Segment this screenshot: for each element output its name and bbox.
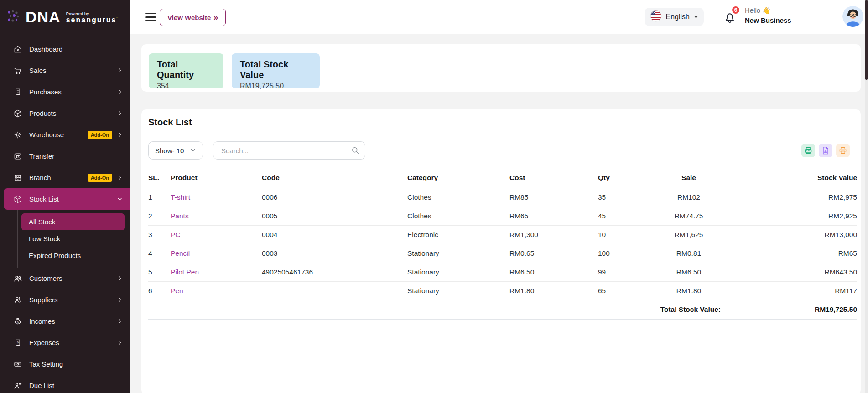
col-qty: Qty [598, 168, 657, 188]
caret-down-icon [694, 16, 698, 18]
scrollbar[interactable] [865, 0, 868, 393]
submenu-item-low-stock[interactable]: Low Stock [18, 230, 130, 247]
col-stock-value: Stock Value [721, 168, 857, 188]
file-export-icon[interactable] [819, 144, 832, 157]
receipt-icon [13, 87, 23, 97]
total-stock-value-amount: RM19,725.50 [240, 82, 312, 90]
sidebar-item-purchases[interactable]: Purchases [0, 81, 130, 103]
due-list-icon [13, 381, 23, 391]
total-stock-value: RM19,725.50 [721, 300, 857, 319]
product-link[interactable]: Pencil [171, 249, 190, 257]
brand-logo[interactable]: DNA Powered by senangurus° [0, 0, 130, 34]
sidebar-item-stock-list[interactable]: Stock List [4, 188, 130, 210]
store-icon [13, 173, 23, 183]
hamburger-menu-icon[interactable] [145, 13, 156, 23]
us-flag-icon [650, 10, 662, 24]
topbar: View Website» [130, 0, 868, 34]
sidebar-item-customers[interactable]: Customers [0, 268, 130, 289]
col-sl: SL. [148, 168, 171, 188]
app-window: DNA Powered by senangurus° Dashboard [0, 0, 868, 393]
cart-icon [13, 66, 23, 76]
home-icon [13, 44, 23, 54]
suppliers-icon [13, 295, 23, 305]
box-icon [13, 109, 23, 119]
addon-badge: Add-On [88, 131, 112, 139]
chevron-down-icon [117, 196, 123, 202]
user-greeting: Hello 👋 New Business [745, 6, 813, 24]
product-link[interactable]: Pants [171, 212, 189, 220]
sidebar-item-products[interactable]: Products [0, 103, 130, 124]
sidebar-item-dashboard[interactable]: Dashboard [0, 38, 130, 60]
table-row: 3 PC 0004 Electronic RM1,300 10 RM1,625 … [148, 225, 857, 244]
powered-brand-name: senangurus° [66, 16, 119, 24]
gear-icon [13, 130, 23, 140]
product-link[interactable]: PC [171, 231, 181, 238]
sidebar-item-expenses[interactable]: $ Expenses [0, 332, 130, 353]
sidebar-item-sales[interactable]: Sales [0, 60, 130, 81]
svg-text:$: $ [17, 321, 19, 324]
show-entries-select[interactable]: Show- 10 [148, 141, 203, 160]
expense-receipt-icon: $ [13, 338, 23, 348]
avatar[interactable] [842, 6, 863, 27]
view-website-button[interactable]: View Website» [160, 9, 226, 26]
col-category: Category [407, 168, 509, 188]
dna-dots-logo-icon [6, 9, 22, 26]
total-quantity-card: Total Quantity 354 [149, 53, 223, 88]
col-cost: Cost [509, 168, 598, 188]
chevron-right-icon [117, 340, 123, 346]
product-link[interactable]: T-shirt [171, 193, 190, 201]
chevron-right-icon [117, 110, 123, 116]
notification-count-badge: 6 [731, 5, 740, 15]
table-row: 4 Pencil 0003 Stationary RM0.65 100 RM0.… [148, 244, 857, 263]
main-content: Total Quantity 354 Total Stock Value RM1… [130, 34, 868, 393]
chevron-down-icon [190, 147, 196, 155]
stock-box-icon [13, 194, 23, 204]
print-icon[interactable] [836, 144, 850, 157]
search-input[interactable] [213, 141, 365, 160]
total-stock-value-label: Total Stock Value: [148, 300, 721, 319]
sidebar-item-tax-setting[interactable]: Tax Setting [0, 353, 130, 375]
table-row: 5 Pilot Pen 4902505461736 Stationary RM6… [148, 263, 857, 281]
business-name: New Business [745, 16, 813, 24]
sidebar-item-transfer[interactable]: Transfer [0, 145, 130, 167]
total-stock-value-title: Total Stock Value [240, 59, 312, 80]
wave-emoji: 👋 [762, 6, 771, 14]
total-quantity-value: 354 [157, 82, 215, 90]
col-product: Product [171, 168, 262, 188]
sidebar-item-due-list[interactable]: Due List [0, 375, 130, 393]
chevron-right-icon [117, 297, 123, 303]
stock-list-title: Stock List [148, 117, 192, 128]
table-row: 1 T-shirt 0006 Clothes RM85 35 RM102 RM2… [148, 188, 857, 207]
table-header-row: SL. Product Code Category Cost Qty Sale … [148, 168, 857, 188]
submenu-item-expired-products[interactable]: Expired Products [18, 247, 130, 264]
product-link[interactable]: Pilot Pen [171, 268, 199, 276]
sidebar: DNA Powered by senangurus° Dashboard [0, 0, 130, 393]
svg-text:$: $ [17, 341, 19, 344]
product-link[interactable]: Pen [171, 287, 183, 295]
chevron-right-icon [117, 67, 123, 73]
customers-icon [13, 274, 23, 284]
total-stock-value-card: Total Stock Value RM19,725.50 [232, 53, 320, 88]
col-sale: Sale [657, 168, 721, 188]
addon-badge: Add-On [88, 174, 112, 182]
table-total-row: Total Stock Value: RM19,725.50 [148, 300, 857, 319]
sidebar-item-warehouse[interactable]: Warehouse Add-On [0, 124, 130, 145]
notification-bell[interactable]: 6 [723, 11, 737, 25]
sidebar-item-branch[interactable]: Branch Add-On [0, 167, 130, 188]
stats-summary-card: Total Quantity 354 Total Stock Value RM1… [141, 44, 861, 92]
submenu-item-all-stock[interactable]: All Stock [21, 213, 125, 230]
sidebar-nav: Dashboard Sales Purchases [0, 34, 130, 393]
bell-icon [723, 18, 737, 26]
sidebar-item-suppliers[interactable]: Suppliers [0, 289, 130, 310]
table-row: 6 Pen Stationary RM1.80 65 RM1.80 RM117 [148, 281, 857, 300]
chevron-right-icon [117, 318, 123, 324]
sidebar-item-incomes[interactable]: $ Incomes [0, 310, 130, 332]
powered-by-label: Powered by [66, 11, 119, 16]
chevron-right-icon [117, 275, 123, 281]
chevron-right-icon [117, 89, 123, 95]
csv-export-icon[interactable]: CSV [801, 144, 815, 157]
scrollbar-thumb[interactable] [865, 0, 868, 80]
svg-text:CSV: CSV [806, 150, 811, 152]
language-selector[interactable]: English [645, 8, 704, 26]
stock-list-submenu: All Stock Low Stock Expired Products [17, 210, 130, 268]
